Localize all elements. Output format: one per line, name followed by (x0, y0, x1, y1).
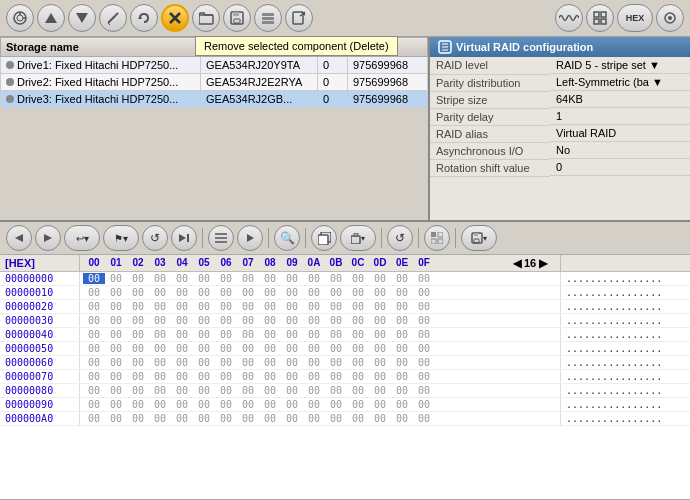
pencil-btn[interactable] (99, 4, 127, 32)
hex-byte-1-7[interactable]: 00 (237, 287, 259, 298)
hex-label-btn[interactable]: HEX (617, 4, 653, 32)
hex-byte-0-6[interactable]: 00 (215, 273, 237, 284)
hex-byte-1-8[interactable]: 00 (259, 287, 281, 298)
hex-byte-0-8[interactable]: 00 (259, 273, 281, 284)
hex-byte-6-14[interactable]: 00 (391, 357, 413, 368)
save-arrow-btn[interactable]: ▾ (461, 225, 497, 251)
hex-byte-10-4[interactable]: 00 (171, 413, 193, 424)
hex-byte-0-14[interactable]: 00 (391, 273, 413, 284)
hex-byte-4-14[interactable]: 00 (391, 329, 413, 340)
hex-byte-7-9[interactable]: 00 (281, 371, 303, 382)
disk-icon-btn[interactable] (6, 4, 34, 32)
hex-byte-3-12[interactable]: 00 (347, 315, 369, 326)
hex-byte-10-8[interactable]: 00 (259, 413, 281, 424)
hex-byte-0-13[interactable]: 00 (369, 273, 391, 284)
raid-config-row-2[interactable]: Stripe size 64KB (430, 91, 690, 108)
hex-byte-8-1[interactable]: 00 (105, 385, 127, 396)
hex-byte-9-13[interactable]: 00 (369, 399, 391, 410)
hex-byte-10-15[interactable]: 00 (413, 413, 435, 424)
hex-byte-0-15[interactable]: 00 (413, 273, 435, 284)
hex-byte-9-10[interactable]: 00 (303, 399, 325, 410)
hex-rows-container[interactable]: 0000000000000000000000000000000000000000… (0, 272, 690, 499)
hex-byte-0-2[interactable]: 00 (127, 273, 149, 284)
hex-byte-3-0[interactable]: 00 (83, 315, 105, 326)
hex-byte-4-12[interactable]: 00 (347, 329, 369, 340)
hex-row-4[interactable]: 0000004000000000000000000000000000000000… (0, 328, 690, 342)
hex-byte-3-14[interactable]: 00 (391, 315, 413, 326)
hex-byte-3-3[interactable]: 00 (149, 315, 171, 326)
hex-byte-8-2[interactable]: 00 (127, 385, 149, 396)
hex-byte-1-3[interactable]: 00 (149, 287, 171, 298)
hex-byte-4-15[interactable]: 00 (413, 329, 435, 340)
hex-byte-10-0[interactable]: 00 (83, 413, 105, 424)
save-btn[interactable] (223, 4, 251, 32)
hex-byte-6-10[interactable]: 00 (303, 357, 325, 368)
hex-byte-2-15[interactable]: 00 (413, 301, 435, 312)
hex-byte-6-6[interactable]: 00 (215, 357, 237, 368)
hex-byte-4-2[interactable]: 00 (127, 329, 149, 340)
hex-byte-10-11[interactable]: 00 (325, 413, 347, 424)
hex-byte-2-3[interactable]: 00 (149, 301, 171, 312)
hex-byte-3-9[interactable]: 00 (281, 315, 303, 326)
hex-byte-0-5[interactable]: 00 (193, 273, 215, 284)
hex-byte-7-14[interactable]: 00 (391, 371, 413, 382)
up-arrow-btn[interactable] (37, 4, 65, 32)
hex-byte-4-13[interactable]: 00 (369, 329, 391, 340)
hex-byte-7-5[interactable]: 00 (193, 371, 215, 382)
hex-byte-1-11[interactable]: 00 (325, 287, 347, 298)
hex-byte-1-14[interactable]: 00 (391, 287, 413, 298)
hex-byte-2-13[interactable]: 00 (369, 301, 391, 312)
hex-byte-9-6[interactable]: 00 (215, 399, 237, 410)
hex-byte-7-3[interactable]: 00 (149, 371, 171, 382)
hex-byte-7-0[interactable]: 00 (83, 371, 105, 382)
hex-byte-1-2[interactable]: 00 (127, 287, 149, 298)
hex-byte-5-1[interactable]: 00 (105, 343, 127, 354)
hex-row-9[interactable]: 0000009000000000000000000000000000000000… (0, 398, 690, 412)
hex-byte-2-6[interactable]: 00 (215, 301, 237, 312)
hex-byte-6-11[interactable]: 00 (325, 357, 347, 368)
storage-row-2[interactable]: Drive3: Fixed Hitachi HDP7250... GEA534R… (1, 91, 428, 108)
list-view-btn[interactable] (208, 225, 234, 251)
hex-row-2[interactable]: 0000002000000000000000000000000000000000… (0, 300, 690, 314)
forward-btn[interactable] (35, 225, 61, 251)
hex-byte-10-1[interactable]: 00 (105, 413, 127, 424)
hex-byte-8-8[interactable]: 00 (259, 385, 281, 396)
hex-byte-7-10[interactable]: 00 (303, 371, 325, 382)
hex-byte-1-15[interactable]: 00 (413, 287, 435, 298)
hex-byte-5-14[interactable]: 00 (391, 343, 413, 354)
hex-byte-2-5[interactable]: 00 (193, 301, 215, 312)
hex-byte-7-12[interactable]: 00 (347, 371, 369, 382)
raid-config-row-0[interactable]: RAID level RAID 5 - stripe set ▼ (430, 57, 690, 74)
goto-end-btn[interactable] (171, 225, 197, 251)
hex-row-8[interactable]: 0000008000000000000000000000000000000000… (0, 384, 690, 398)
hex-byte-3-5[interactable]: 00 (193, 315, 215, 326)
hex-byte-4-8[interactable]: 00 (259, 329, 281, 340)
hex-byte-4-3[interactable]: 00 (149, 329, 171, 340)
hex-byte-1-9[interactable]: 00 (281, 287, 303, 298)
hex-byte-7-8[interactable]: 00 (259, 371, 281, 382)
hex-byte-2-10[interactable]: 00 (303, 301, 325, 312)
hex-row-7[interactable]: 0000007000000000000000000000000000000000… (0, 370, 690, 384)
hex-byte-10-5[interactable]: 00 (193, 413, 215, 424)
grid-btn[interactable] (586, 4, 614, 32)
hex-byte-2-11[interactable]: 00 (325, 301, 347, 312)
hex-byte-1-10[interactable]: 00 (303, 287, 325, 298)
undo-arrow-btn[interactable]: ↩▾ (64, 225, 100, 251)
hex-byte-5-3[interactable]: 00 (149, 343, 171, 354)
hex-byte-7-13[interactable]: 00 (369, 371, 391, 382)
hex-byte-9-14[interactable]: 00 (391, 399, 413, 410)
hex-byte-9-12[interactable]: 00 (347, 399, 369, 410)
down-arrow-btn[interactable] (68, 4, 96, 32)
hex-byte-8-11[interactable]: 00 (325, 385, 347, 396)
raid-value-1[interactable]: Left-Symmetric (ba ▼ (550, 74, 690, 91)
hex-byte-1-13[interactable]: 00 (369, 287, 391, 298)
hex-byte-5-10[interactable]: 00 (303, 343, 325, 354)
hex-byte-3-1[interactable]: 00 (105, 315, 127, 326)
hex-byte-3-6[interactable]: 00 (215, 315, 237, 326)
storage-row-1[interactable]: Drive2: Fixed Hitachi HDP7250... GEA534R… (1, 74, 428, 91)
hex-byte-9-7[interactable]: 00 (237, 399, 259, 410)
play-btn[interactable] (237, 225, 263, 251)
hex-byte-1-6[interactable]: 00 (215, 287, 237, 298)
hex-byte-9-4[interactable]: 00 (171, 399, 193, 410)
hex-byte-4-4[interactable]: 00 (171, 329, 193, 340)
